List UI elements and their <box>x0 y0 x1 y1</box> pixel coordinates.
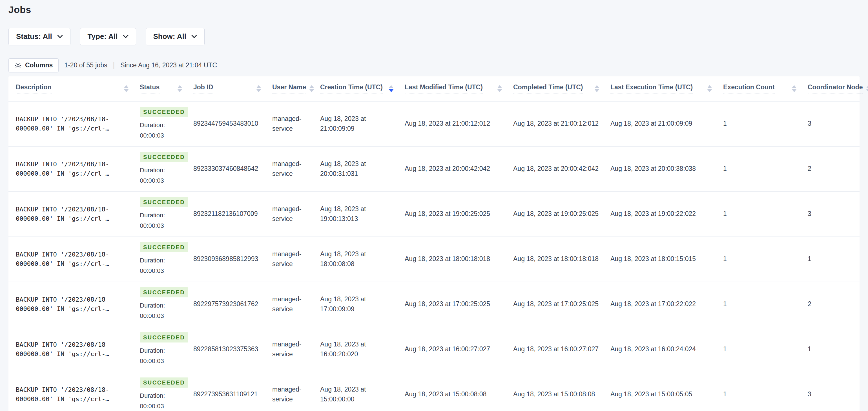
sort-arrows-icon[interactable] <box>497 85 502 92</box>
status-filter-dropdown[interactable]: Status: All <box>8 28 70 46</box>
status-cell: SUCCEEDEDDuration:00:00:03 <box>140 242 193 276</box>
status-badge: SUCCEEDED <box>140 197 188 207</box>
user-name-cell: managed-service <box>272 204 320 224</box>
coordinator-node-cell: 3 <box>808 209 859 219</box>
completed-time-cell: Aug 18, 2023 at 16:00:27:027 <box>513 344 611 354</box>
job-description-link[interactable]: BACKUP INTO '/2023/08/18-000000.00' IN '… <box>16 114 128 133</box>
description-line: BACKUP INTO '/2023/08/18- <box>16 161 109 168</box>
description-line: BACKUP INTO '/2023/08/18- <box>16 116 109 123</box>
type-filter-dropdown[interactable]: Type: All <box>80 28 136 46</box>
job-description-link[interactable]: BACKUP INTO '/2023/08/18-000000.00' IN '… <box>16 205 128 223</box>
status-badge: SUCCEEDED <box>140 332 188 343</box>
execution-count-cell: 1 <box>723 344 808 354</box>
sort-arrows-icon[interactable] <box>256 85 261 92</box>
user-name-cell: managed-service <box>272 159 320 179</box>
chevron-down-icon <box>57 35 63 38</box>
column-header-label: Description <box>16 83 52 94</box>
job-description-link[interactable]: BACKUP INTO '/2023/08/18-000000.00' IN '… <box>16 340 128 358</box>
execution-count-cell: 1 <box>723 209 808 219</box>
user-name-cell: managed-service <box>272 340 320 359</box>
creation-time-cell: Aug 18, 2023 at 17:00:09:09 <box>320 294 405 314</box>
description-line: 000000.00' IN 'gs://crl-… <box>16 395 109 403</box>
column-header-execution-count[interactable]: Execution Count <box>723 83 808 94</box>
duration-label: Duration: <box>140 255 182 266</box>
job-description-link[interactable]: BACKUP INTO '/2023/08/18-000000.00' IN '… <box>16 250 128 268</box>
last-execution-time-cell: Aug 18, 2023 at 15:00:05:05 <box>611 389 723 400</box>
status-cell: SUCCEEDEDDuration:00:00:03 <box>140 287 193 321</box>
column-header-label: Creation Time (UTC) <box>320 83 383 94</box>
creation-time-cell: Aug 18, 2023 at 16:00:20:020 <box>320 340 405 359</box>
column-header-creation-time-utc[interactable]: Creation Time (UTC) <box>320 83 405 94</box>
gear-icon <box>14 62 22 69</box>
status-badge: SUCCEEDED <box>140 107 188 117</box>
job-id-cell: 892333037460848642 <box>193 164 272 174</box>
job-id-cell: 892321182136107009 <box>193 209 272 219</box>
completed-time-cell: Aug 18, 2023 at 20:00:42:042 <box>513 164 611 174</box>
toolbar-separator: | <box>113 61 115 70</box>
status-badge: SUCCEEDED <box>140 152 188 162</box>
status-cell: SUCCEEDEDDuration:00:00:03 <box>140 152 193 186</box>
completed-time-cell: Aug 18, 2023 at 15:00:08:08 <box>513 389 611 400</box>
sort-arrows-icon[interactable] <box>866 85 868 92</box>
column-header-user-name[interactable]: User Name <box>272 83 320 94</box>
completed-time-cell: Aug 18, 2023 at 18:00:18:018 <box>513 254 611 264</box>
coordinator-node-cell: 2 <box>808 299 859 309</box>
table-body: BACKUP INTO '/2023/08/18-000000.00' IN '… <box>8 101 860 411</box>
description-cell: BACKUP INTO '/2023/08/18-000000.00' IN '… <box>16 385 140 404</box>
description-cell: BACKUP INTO '/2023/08/18-000000.00' IN '… <box>16 250 140 268</box>
jobs-page: Jobs Status: All Type: All Show: All Col… <box>0 0 868 411</box>
chevron-down-icon <box>123 35 128 38</box>
duration-value: 00:00:03 <box>140 311 182 321</box>
column-header-label: Job ID <box>193 83 213 94</box>
last-modified-time-cell: Aug 18, 2023 at 17:00:25:025 <box>405 299 513 309</box>
column-header-status[interactable]: Status <box>140 83 193 94</box>
column-header-last-modified-time-utc[interactable]: Last Modified Time (UTC) <box>405 83 513 94</box>
table-row: BACKUP INTO '/2023/08/18-000000.00' IN '… <box>8 192 860 237</box>
creation-time-cell: Aug 18, 2023 at 18:00:08:08 <box>320 249 405 269</box>
last-execution-time-cell: Aug 18, 2023 at 20:00:38:038 <box>611 164 723 174</box>
description-cell: BACKUP INTO '/2023/08/18-000000.00' IN '… <box>16 340 140 358</box>
table-row: BACKUP INTO '/2023/08/18-000000.00' IN '… <box>8 147 860 192</box>
sort-arrows-icon[interactable] <box>792 85 797 92</box>
status-cell: SUCCEEDEDDuration:00:00:03 <box>140 197 193 231</box>
completed-time-cell: Aug 18, 2023 at 17:00:25:025 <box>513 299 611 309</box>
description-line: 000000.00' IN 'gs://crl-… <box>16 305 109 312</box>
job-id-cell: 892297573923061762 <box>193 299 272 309</box>
coordinator-node-cell: 3 <box>808 119 859 129</box>
last-modified-time-cell: Aug 18, 2023 at 16:00:27:027 <box>405 344 513 354</box>
table-header-row: DescriptionStatusJob IDUser NameCreation… <box>8 77 860 101</box>
description-cell: BACKUP INTO '/2023/08/18-000000.00' IN '… <box>16 295 140 314</box>
job-description-link[interactable]: BACKUP INTO '/2023/08/18-000000.00' IN '… <box>16 159 128 178</box>
job-description-link[interactable]: BACKUP INTO '/2023/08/18-000000.00' IN '… <box>16 295 128 314</box>
show-filter-dropdown[interactable]: Show: All <box>146 28 205 46</box>
column-header-job-id[interactable]: Job ID <box>193 83 272 94</box>
sort-arrows-icon[interactable] <box>124 85 128 92</box>
sort-arrows-icon[interactable] <box>389 85 394 92</box>
status-cell: SUCCEEDEDDuration:00:00:03 <box>140 378 193 411</box>
since-text: Since Aug 16, 2023 at 21:04 UTC <box>120 61 217 69</box>
duration-label: Duration: <box>140 390 182 401</box>
column-header-description[interactable]: Description <box>16 83 140 94</box>
column-header-coordinator-node[interactable]: Coordinator Node <box>808 83 859 94</box>
duration-label: Duration: <box>140 165 182 175</box>
column-header-completed-time-utc[interactable]: Completed Time (UTC) <box>513 83 611 94</box>
job-description-link[interactable]: BACKUP INTO '/2023/08/18-000000.00' IN '… <box>16 385 128 404</box>
sort-arrows-icon[interactable] <box>178 85 182 92</box>
execution-count-cell: 1 <box>723 164 808 174</box>
sort-arrows-icon[interactable] <box>309 85 314 92</box>
last-execution-time-cell: Aug 18, 2023 at 21:00:09:09 <box>611 119 723 129</box>
duration-label: Duration: <box>140 210 182 221</box>
sort-arrows-icon[interactable] <box>707 85 712 92</box>
user-name-cell: managed-service <box>272 114 320 134</box>
column-header-last-execution-time-utc[interactable]: Last Execution Time (UTC) <box>611 83 723 94</box>
status-cell: SUCCEEDEDDuration:00:00:03 <box>140 332 193 366</box>
status-badge: SUCCEEDED <box>140 378 188 388</box>
completed-time-cell: Aug 18, 2023 at 21:00:12:012 <box>513 119 611 129</box>
execution-count-cell: 1 <box>723 299 808 309</box>
last-execution-time-cell: Aug 18, 2023 at 18:00:15:015 <box>611 254 723 264</box>
sort-arrows-icon[interactable] <box>595 85 599 92</box>
table-row: BACKUP INTO '/2023/08/18-000000.00' IN '… <box>8 282 860 327</box>
chevron-down-icon <box>191 35 197 38</box>
creation-time-cell: Aug 18, 2023 at 20:00:31:031 <box>320 159 405 179</box>
columns-button[interactable]: Columns <box>8 58 59 72</box>
